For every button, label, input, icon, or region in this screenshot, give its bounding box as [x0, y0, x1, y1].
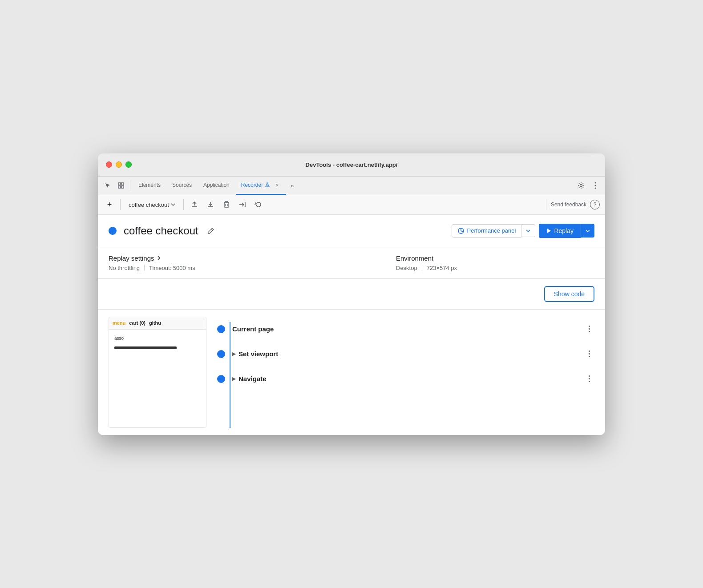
recording-dot: [109, 227, 117, 235]
toolbar: + coffee checkout: [98, 195, 605, 215]
window-title: DevTools - coffee-cart.netlify.app/: [306, 161, 398, 168]
recording-title: coffee checkout: [124, 225, 198, 237]
replay-circle-icon: [255, 201, 263, 208]
svg-point-7: [595, 185, 596, 186]
step-title-1: Current page: [232, 325, 577, 333]
svg-rect-2: [118, 186, 121, 188]
env-details: Desktop 723×574 px: [396, 265, 594, 271]
settings-section: Replay settings No throttling Timeout: 5…: [98, 247, 605, 279]
step-content-2: ▶ Set viewport: [232, 350, 577, 358]
devtools-window: DevTools - coffee-cart.netlify.app/ Elem…: [98, 153, 605, 435]
tab-application[interactable]: Application: [198, 176, 235, 195]
svg-point-6: [595, 182, 596, 184]
perf-panel-icon: [457, 227, 465, 234]
step-play-icon: [238, 201, 246, 208]
tab-elements[interactable]: Elements: [133, 176, 166, 195]
more-options-icon-btn[interactable]: [589, 179, 602, 192]
edit-title-btn[interactable]: [206, 226, 216, 236]
traffic-lights: [106, 161, 132, 168]
svg-point-4: [267, 185, 268, 186]
perf-panel-dropdown-btn[interactable]: [521, 224, 535, 237]
replay-dropdown-btn[interactable]: [581, 224, 594, 238]
preview-nav-github: githu: [149, 320, 161, 326]
svg-point-8: [595, 188, 596, 189]
step-content-3: ▶ Navigate: [232, 375, 577, 383]
step-play-btn[interactable]: [236, 198, 249, 211]
maximize-button[interactable]: [125, 161, 132, 168]
steps-section: menu cart (0) githu asso: [98, 310, 605, 435]
cursor-icon-btn[interactable]: [101, 179, 114, 192]
step-title-2[interactable]: ▶ Set viewport: [232, 350, 577, 358]
minimize-button[interactable]: [116, 161, 122, 168]
perf-panel-btn[interactable]: Performance panel: [452, 224, 522, 238]
import-down-icon: [207, 201, 214, 208]
recorder-flask-icon: [265, 182, 270, 188]
send-feedback-link[interactable]: Send feedback: [551, 201, 586, 208]
step-dot-3: [217, 375, 225, 383]
perf-panel-group: Performance panel: [452, 224, 536, 238]
step-dot-2: [217, 350, 225, 358]
title-bar: DevTools - coffee-cart.netlify.app/: [98, 153, 605, 177]
desktop-label: Desktop: [396, 265, 417, 271]
svg-rect-0: [118, 183, 121, 185]
replay-chevron-down-icon: [586, 230, 590, 232]
step-title-3[interactable]: ▶ Navigate: [232, 375, 577, 383]
add-recording-btn[interactable]: +: [103, 198, 116, 211]
preview-label-asso: asso: [114, 336, 124, 341]
replay-circular-btn[interactable]: [252, 198, 265, 211]
delete-btn[interactable]: [220, 198, 233, 211]
replay-settings-title[interactable]: Replay settings: [109, 254, 307, 262]
settings-chevron-right-icon: [157, 256, 161, 260]
settings-details: No throttling Timeout: 5000 ms: [109, 265, 307, 271]
nav-divider-1: [130, 180, 130, 191]
close-button[interactable]: [106, 161, 112, 168]
export-up-icon: [191, 201, 198, 208]
nav-more-btn[interactable]: »: [287, 182, 297, 189]
step-more-btn-3[interactable]: [584, 374, 594, 384]
env-title: Environment: [396, 254, 594, 262]
toolbar-divider-3: [546, 199, 546, 210]
resolution-label: 723×574 px: [427, 265, 457, 271]
step-set-viewport: ▶ Set viewport: [217, 342, 594, 366]
tab-recorder[interactable]: Recorder ×: [236, 176, 286, 195]
toolbar-divider-2: [183, 199, 184, 210]
recording-header: coffee checkout Performance panel: [98, 215, 605, 247]
inspect-icon-btn[interactable]: [115, 179, 127, 192]
import-down-btn[interactable]: [204, 198, 217, 211]
recording-selector[interactable]: coffee checkout: [125, 200, 179, 210]
timeout-label: Timeout: 5000 ms: [149, 265, 195, 271]
replay-btn[interactable]: Replay: [539, 224, 581, 238]
more-vert-icon: [594, 182, 596, 189]
step-more-btn-2[interactable]: [584, 349, 594, 359]
settings-icon-btn[interactable]: [575, 179, 587, 192]
timeline: Current page ▶ Set viewp: [206, 317, 605, 428]
svg-rect-1: [121, 183, 124, 185]
recorder-close-btn[interactable]: ×: [274, 181, 281, 189]
show-code-btn[interactable]: Show code: [544, 286, 594, 302]
svg-marker-15: [547, 229, 551, 233]
show-code-section: Show code: [98, 279, 605, 310]
step-chevron-2[interactable]: ▶: [232, 351, 236, 356]
replay-btn-group: Replay: [539, 224, 594, 238]
step-chevron-3[interactable]: ▶: [232, 376, 236, 381]
replay-play-icon: [546, 228, 551, 234]
export-up-btn[interactable]: [188, 198, 201, 211]
step-navigate: ▶ Navigate: [217, 366, 594, 391]
step-more-btn-1[interactable]: [584, 324, 594, 334]
svg-rect-9: [192, 206, 197, 207]
step-content-1: Current page: [232, 325, 577, 333]
help-btn[interactable]: ?: [590, 200, 600, 209]
recorder-tab-content: Recorder ×: [241, 181, 281, 189]
trash-icon: [223, 201, 230, 208]
preview-nav: menu cart (0) githu: [109, 317, 206, 330]
tab-sources[interactable]: Sources: [167, 176, 197, 195]
svg-rect-3: [121, 186, 124, 188]
inspect-icon: [118, 182, 124, 189]
settings-detail-divider: [144, 265, 145, 271]
edit-icon: [207, 227, 214, 234]
step-dot-1: [217, 325, 225, 333]
toolbar-right: Send feedback ?: [545, 199, 600, 210]
preview-nav-cart: cart (0): [129, 320, 145, 326]
settings-right: Environment Desktop 723×574 px: [307, 254, 594, 271]
header-right: Performance panel Replay: [452, 224, 594, 238]
